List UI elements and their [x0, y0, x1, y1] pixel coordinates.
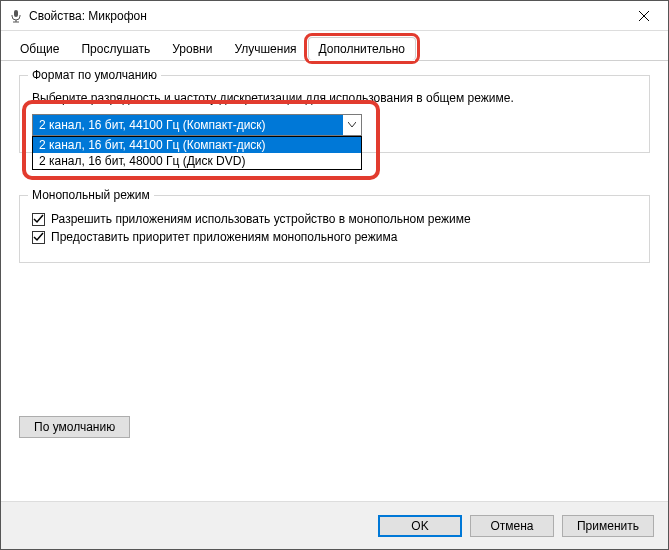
format-combobox[interactable]: 2 канал, 16 бит, 44100 Гц (Компакт-диск) [32, 114, 362, 136]
svg-rect-0 [14, 10, 18, 17]
cancel-button[interactable]: Отмена [470, 515, 554, 537]
tab-enhancements[interactable]: Улучшения [223, 37, 307, 60]
tab-general[interactable]: Общие [9, 37, 70, 60]
default-format-legend: Формат по умолчанию [28, 68, 161, 82]
format-combo-wrapper: 2 канал, 16 бит, 44100 Гц (Компакт-диск)… [32, 114, 362, 136]
exclusive-priority-checkbox[interactable]: Предоставить приоритет приложениям моноп… [32, 230, 637, 244]
default-format-description: Выберите разрядность и частоту дискретиз… [32, 90, 637, 106]
tab-listen[interactable]: Прослушать [70, 37, 161, 60]
window-title: Свойства: Микрофон [29, 9, 622, 23]
apply-button[interactable]: Применить [562, 515, 654, 537]
exclusive-mode-group: Монопольный режим Разрешить приложениям … [19, 195, 650, 263]
format-selected-value: 2 канал, 16 бит, 44100 Гц (Компакт-диск) [33, 115, 343, 135]
restore-defaults-button[interactable]: По умолчанию [19, 416, 130, 438]
title-bar: Свойства: Микрофон [1, 1, 668, 31]
close-icon [639, 11, 649, 21]
format-dropdown-list[interactable]: 2 канал, 16 бит, 44100 Гц (Компакт-диск)… [32, 136, 362, 170]
chevron-down-icon [343, 122, 361, 128]
exclusive-priority-label: Предоставить приоритет приложениям моноп… [51, 230, 397, 244]
checkbox-icon [32, 213, 45, 226]
tab-levels[interactable]: Уровни [161, 37, 223, 60]
tab-advanced[interactable]: Дополнительно [308, 37, 416, 60]
format-option[interactable]: 2 канал, 16 бит, 44100 Гц (Компакт-диск) [33, 137, 361, 153]
tab-strip: Общие Прослушать Уровни Улучшения Дополн… [1, 31, 668, 61]
allow-exclusive-checkbox[interactable]: Разрешить приложениям использовать устро… [32, 212, 637, 226]
close-button[interactable] [622, 1, 666, 31]
exclusive-mode-legend: Монопольный режим [28, 188, 154, 202]
format-option[interactable]: 2 канал, 16 бит, 48000 Гц (Диск DVD) [33, 153, 361, 169]
tab-content: Формат по умолчанию Выберите разрядность… [1, 61, 668, 277]
dialog-footer: OK Отмена Применить [1, 501, 668, 549]
default-format-group: Формат по умолчанию Выберите разрядность… [19, 75, 650, 153]
microphone-icon [9, 9, 29, 23]
allow-exclusive-label: Разрешить приложениям использовать устро… [51, 212, 471, 226]
checkbox-icon [32, 231, 45, 244]
ok-button[interactable]: OK [378, 515, 462, 537]
